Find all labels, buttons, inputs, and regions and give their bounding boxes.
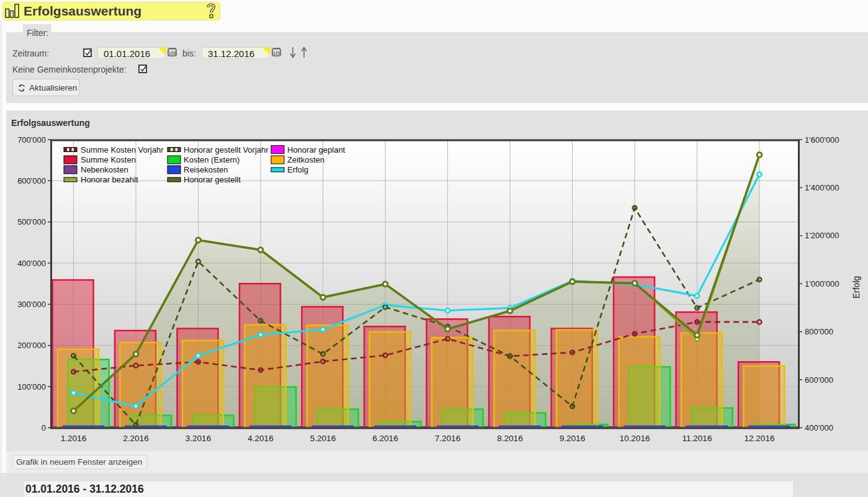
svg-text:600'000: 600'000 xyxy=(17,176,46,186)
svg-text:123: 123 xyxy=(169,51,176,55)
svg-text:300'000: 300'000 xyxy=(17,300,46,309)
svg-text:2.2016: 2.2016 xyxy=(123,434,148,443)
svg-text:Erfolg: Erfolg xyxy=(287,165,308,174)
svg-text:4.2016: 4.2016 xyxy=(248,434,273,443)
svg-text:Erfolgsauswertung: Erfolgsauswertung xyxy=(11,118,90,128)
svg-text:1'200'000: 1'200'000 xyxy=(805,231,839,240)
svg-text:Reisekosten: Reisekosten xyxy=(184,165,228,174)
svg-text:10.2016: 10.2016 xyxy=(620,434,650,443)
svg-text:800'000: 800'000 xyxy=(805,327,833,336)
svg-text:12.2016: 12.2016 xyxy=(745,434,775,443)
svg-text:400'000: 400'000 xyxy=(17,259,46,268)
svg-text:8.2016: 8.2016 xyxy=(497,434,522,443)
svg-text:1'600'000: 1'600'000 xyxy=(805,135,839,145)
svg-text:Honorar gestellt Vorjahr: Honorar gestellt Vorjahr xyxy=(184,145,269,154)
svg-text:Honorar geplant: Honorar geplant xyxy=(287,145,346,154)
svg-text:123: 123 xyxy=(273,51,280,55)
svg-text:Nebenkosten: Nebenkosten xyxy=(81,165,128,174)
svg-text:Honorar bezahlt: Honorar bezahlt xyxy=(81,175,138,184)
svg-text:1'000'000: 1'000'000 xyxy=(805,279,839,289)
svg-text:400'000: 400'000 xyxy=(805,423,833,432)
svg-text:100'000: 100'000 xyxy=(17,382,46,392)
svg-text:Honorar gestellt: Honorar gestellt xyxy=(184,175,241,184)
svg-text:3.2016: 3.2016 xyxy=(186,434,211,443)
svg-text:Summe Kosten: Summe Kosten xyxy=(81,155,136,164)
svg-text:600'000: 600'000 xyxy=(805,375,833,385)
svg-text:6.2016: 6.2016 xyxy=(372,434,398,443)
svg-text:9.2016: 9.2016 xyxy=(560,434,585,443)
svg-text:5.2016: 5.2016 xyxy=(310,434,336,443)
svg-text:500'000: 500'000 xyxy=(17,217,46,226)
svg-text:200'000: 200'000 xyxy=(17,341,46,350)
svg-text:700'000: 700'000 xyxy=(17,135,46,145)
svg-text:Summe Kosten Vorjahr: Summe Kosten Vorjahr xyxy=(81,145,164,154)
svg-text:7.2016: 7.2016 xyxy=(435,434,460,443)
svg-text:Zeitkosten: Zeitkosten xyxy=(287,155,324,164)
svg-text:0: 0 xyxy=(42,423,46,432)
svg-text:1'400'000: 1'400'000 xyxy=(805,183,839,192)
svg-text:Kosten (Extern): Kosten (Extern) xyxy=(184,155,239,164)
svg-text:1.2016: 1.2016 xyxy=(61,434,86,443)
svg-text:Erfolg: Erfolg xyxy=(851,276,861,299)
svg-text:11.2016: 11.2016 xyxy=(682,434,712,443)
